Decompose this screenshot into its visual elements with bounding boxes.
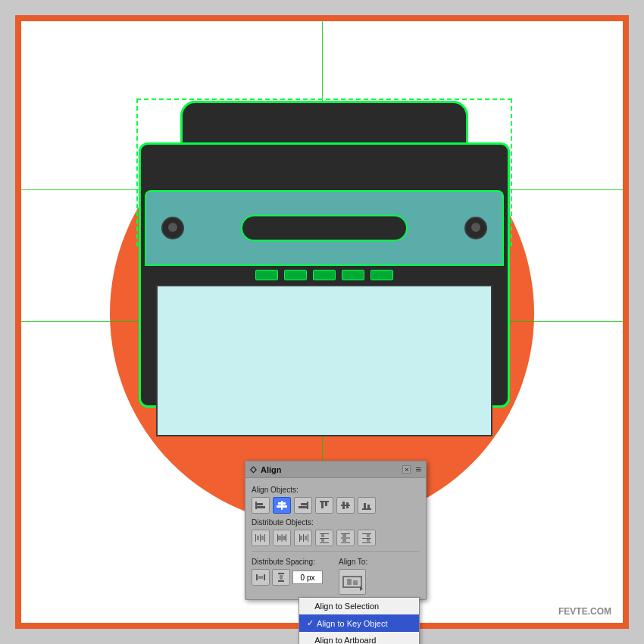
svg-rect-17 — [367, 505, 370, 508]
panel-title-text: Align — [261, 465, 282, 474]
svg-rect-25 — [286, 534, 286, 542]
align-key-object-label: Align to Key Object — [317, 619, 388, 628]
vent-tab-4 — [342, 270, 364, 280]
align-to-btn[interactable] — [339, 569, 366, 595]
align-objects-label: Align Objects: — [252, 486, 420, 494]
svg-rect-15 — [362, 508, 371, 510]
align-to-label: Align To: — [339, 558, 420, 566]
spacing-h-btn[interactable] — [252, 569, 270, 586]
svg-rect-56 — [353, 580, 358, 585]
checkmark-artboard — [307, 636, 311, 644]
svg-rect-33 — [320, 533, 329, 534]
canvas-area: ◇ Align ✕ ≡ Align Objects: — [0, 0, 644, 644]
device-body — [139, 142, 510, 408]
vent-tab-2 — [284, 270, 307, 280]
svg-rect-24 — [282, 534, 283, 542]
svg-rect-11 — [325, 502, 327, 506]
svg-rect-30 — [308, 534, 308, 542]
dist-center-v-icon — [339, 533, 352, 543]
spacing-v-btn[interactable] — [272, 569, 290, 586]
svg-rect-35 — [320, 542, 329, 543]
distribute-objects-label: Distribute Objects: — [252, 518, 420, 527]
svg-rect-53 — [280, 575, 283, 580]
vent-tab-1 — [255, 270, 278, 280]
dist-left-icon — [255, 533, 267, 543]
panel-close-button[interactable]: ✕ — [402, 465, 411, 474]
panel-divider — [252, 551, 420, 552]
svg-rect-29 — [303, 534, 304, 542]
align-v-center-btn[interactable] — [336, 497, 355, 514]
svg-rect-8 — [299, 506, 307, 508]
dist-top-btn[interactable] — [315, 530, 333, 546]
align-bottom-edges-btn[interactable] — [358, 497, 376, 514]
svg-rect-32 — [305, 536, 307, 540]
svg-rect-49 — [264, 574, 265, 580]
dist-right-btn[interactable] — [294, 530, 312, 546]
align-panel: ◇ Align ✕ ≡ Align Objects: — [245, 461, 427, 600]
panel-menu-button[interactable]: ≡ — [415, 464, 421, 475]
svg-rect-50 — [258, 576, 263, 579]
svg-rect-36 — [321, 534, 324, 537]
dropdown-align-artboard[interactable]: Align to Artboard — [299, 632, 419, 644]
dist-center-h-btn[interactable] — [273, 530, 291, 546]
svg-rect-5 — [277, 505, 287, 508]
panel-title-left: ◇ Align — [250, 464, 282, 474]
align-h-center-btn[interactable] — [273, 497, 291, 514]
device-illustration — [139, 101, 510, 449]
distribute-spacing-section: Distribute Spacing: — [252, 555, 333, 586]
dist-center-v-btn[interactable] — [336, 530, 355, 546]
svg-rect-22 — [261, 536, 264, 540]
align-selection-label: Align to Selection — [314, 602, 379, 611]
bottom-section: Distribute Spacing: — [252, 555, 420, 595]
device-pill-slot — [241, 215, 408, 242]
align-objects-row — [252, 497, 420, 514]
panel-controls: ✕ ≡ — [402, 464, 421, 475]
svg-rect-47 — [367, 539, 370, 542]
align-to-section: Align To: — [339, 555, 420, 595]
svg-rect-43 — [362, 533, 371, 534]
svg-rect-9 — [320, 501, 329, 502]
svg-rect-31 — [300, 536, 302, 540]
svg-rect-16 — [364, 503, 366, 508]
align-right-edges-btn[interactable] — [294, 497, 312, 514]
spacing-controls — [252, 569, 333, 586]
vent-tab-5 — [370, 270, 393, 280]
svg-rect-13 — [342, 502, 345, 509]
vent-tab-3 — [313, 270, 336, 280]
svg-rect-54 — [343, 577, 361, 587]
dist-left-btn[interactable] — [252, 530, 270, 546]
svg-rect-51 — [278, 573, 284, 574]
device-vent-row — [255, 270, 393, 280]
svg-rect-21 — [257, 536, 259, 540]
svg-rect-55 — [347, 579, 352, 585]
distribute-spacing-label: Distribute Spacing: — [252, 558, 333, 566]
svg-rect-34 — [320, 538, 329, 539]
dropdown-align-selection[interactable]: Align to Selection — [299, 598, 419, 614]
align-bottom-icon — [361, 500, 373, 511]
panel-body: Align Objects: — [245, 478, 426, 599]
spacing-px-input[interactable] — [292, 571, 323, 584]
svg-rect-4 — [278, 502, 286, 505]
svg-rect-7 — [301, 503, 307, 505]
align-left-icon — [255, 500, 267, 511]
spacing-h-icon — [255, 572, 266, 583]
svg-rect-37 — [321, 539, 324, 542]
device-screen — [156, 285, 492, 436]
panel-title-arrows: ◇ — [250, 464, 256, 474]
dist-center-h-icon — [276, 533, 288, 543]
checkmark-key-object: ✓ — [307, 618, 314, 628]
svg-rect-40 — [341, 542, 350, 543]
svg-rect-6 — [307, 502, 308, 509]
dropdown-align-key-object[interactable]: ✓ Align to Key Object — [299, 614, 419, 632]
panel-titlebar[interactable]: ◇ Align ✕ ≡ — [245, 461, 426, 478]
align-top-edges-btn[interactable] — [315, 497, 333, 514]
svg-rect-26 — [278, 536, 281, 540]
checkmark-selection — [307, 602, 311, 611]
svg-rect-23 — [277, 534, 278, 542]
svg-rect-10 — [321, 502, 324, 508]
dist-bottom-btn[interactable] — [358, 530, 376, 546]
svg-rect-39 — [341, 538, 350, 539]
svg-rect-12 — [341, 505, 350, 506]
svg-rect-48 — [256, 574, 258, 580]
align-left-edges-btn[interactable] — [252, 497, 270, 514]
